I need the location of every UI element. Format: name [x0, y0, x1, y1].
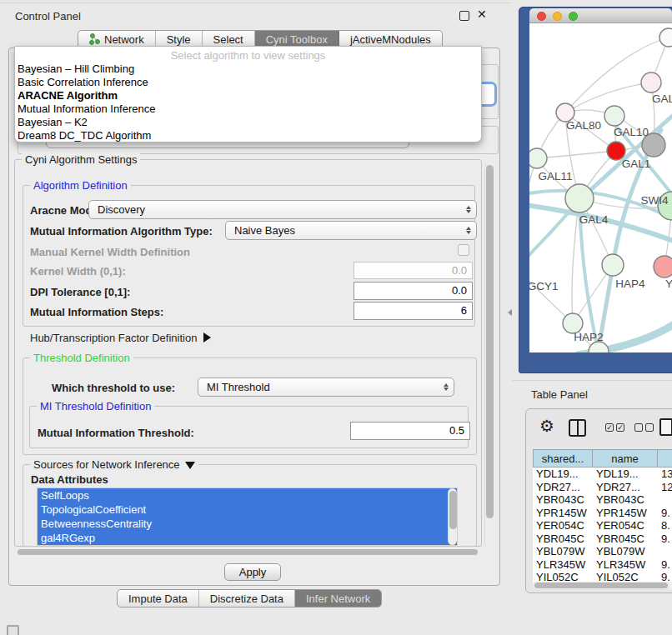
kernel-width-label: Kernel Width (0,1):	[30, 265, 126, 278]
popup-placeholder: Select algorithm to view settings	[15, 47, 481, 62]
tab-select[interactable]: Select	[203, 31, 255, 48]
tab-infer-network[interactable]: Infer Network	[295, 590, 381, 607]
network-node[interactable]	[641, 72, 661, 92]
table-row[interactable]: YDR27...YDR27...12	[533, 481, 672, 494]
data-attributes-list[interactable]: SelfLoopsTopologicalCoefficientBetweenne…	[37, 488, 458, 546]
network-window-titlebar[interactable]	[529, 8, 672, 23]
network-node[interactable]	[565, 184, 594, 212]
mi-steps-field[interactable]: 6	[354, 302, 473, 320]
settings-vscrollbar[interactable]	[484, 163, 495, 548]
table-row[interactable]: YBR043CYBR043C	[533, 493, 672, 507]
mi-type-label: Mutual Information Algorithm Type:	[30, 225, 213, 238]
mi-threshold-field[interactable]: 0.5	[350, 422, 470, 440]
apply-button[interactable]: Apply	[224, 563, 281, 581]
table-cell: YBR045C	[593, 532, 658, 546]
mi-type-combo[interactable]: Naive Bayes	[225, 221, 477, 240]
table-cell: YLR345W	[533, 558, 593, 572]
table-cell: 9.	[658, 558, 672, 572]
table-row[interactable]: YBL079WYBL079W	[533, 545, 672, 558]
table-hscrollbar-thumb[interactable]	[534, 582, 668, 588]
algorithm-option[interactable]: Dream8 DC_TDC Algorithm	[15, 129, 481, 142]
checked-box-icon[interactable]: ✓	[605, 423, 614, 432]
settings-vscrollbar-thumb[interactable]	[486, 165, 494, 518]
tab-label: Style	[167, 33, 191, 46]
settings-hscrollbar[interactable]	[16, 548, 483, 556]
table-column-header[interactable]: shared...	[533, 449, 593, 468]
data-attribute-item[interactable]: SelfLoops	[38, 488, 457, 502]
algorithm-option[interactable]: Bayesian – K2	[15, 116, 481, 129]
table-cell: YDL19...	[533, 468, 593, 481]
minimize-window-icon[interactable]	[553, 12, 562, 21]
tab-style[interactable]: Style	[156, 31, 203, 48]
data-attributes-label: Data Attributes	[31, 473, 108, 486]
network-node[interactable]	[529, 148, 547, 168]
algorithm-option[interactable]: ARACNE Algorithm	[15, 89, 481, 102]
table-panel-window: ⚙ ✓ ✓ shared...name YDL19...YDL19...13YD…	[525, 408, 672, 593]
settings-hscrollbar-thumb[interactable]	[18, 549, 478, 555]
tab-jactivemnodules[interactable]: jActiveMNodules	[339, 31, 442, 48]
network-node[interactable]	[654, 256, 672, 278]
document-icon[interactable]	[659, 418, 672, 436]
data-attribute-item[interactable]: gal4RGexp	[38, 531, 457, 545]
table-row[interactable]: YBR045CYBR045C9.	[533, 532, 672, 546]
table-row[interactable]: YER054CYER054C8.	[533, 519, 672, 532]
table-cell: YBR045C	[533, 532, 593, 546]
network-node[interactable]	[602, 254, 624, 276]
panel-divider-handle[interactable]	[508, 309, 512, 316]
node-label: GAL1	[622, 158, 651, 170]
table-column-header[interactable]: name	[593, 449, 658, 468]
unchecked-box-icon[interactable]	[645, 423, 654, 432]
network-node[interactable]	[659, 28, 672, 47]
network-edge	[572, 198, 579, 323]
combo-stepper-icon	[466, 201, 471, 218]
algorithm-select-popup: Select algorithm to view settings Bayesi…	[14, 46, 482, 142]
mi-type-value: Naive Bayes	[234, 224, 295, 237]
table-column-header[interactable]	[658, 449, 672, 468]
float-panel-icon[interactable]	[459, 11, 469, 21]
unchecked-box-icon[interactable]	[634, 423, 643, 432]
hub-definition-toggle[interactable]: Hub/Transcription Factor Definition	[30, 332, 211, 344]
which-threshold-value: MI Threshold	[207, 381, 270, 393]
dock-top-divider	[0, 2, 511, 3]
manual-kernel-checkbox[interactable]	[458, 244, 469, 256]
kernel-width-field[interactable]: 0.0	[354, 262, 473, 279]
algorithm-option[interactable]: Basic Correlation Inference	[15, 76, 481, 89]
network-icon	[89, 33, 100, 45]
algorithm-option[interactable]: Bayesian – Hill Climbing	[15, 62, 481, 76]
table-row[interactable]: YDL19...YDL19...13	[533, 468, 672, 481]
table-row[interactable]: YLR345WYLR345W9.	[533, 558, 672, 572]
zoom-window-icon[interactable]	[569, 12, 578, 21]
which-threshold-combo[interactable]: MI Threshold	[198, 378, 454, 397]
data-attribute-item[interactable]: TopologicalCoefficient	[38, 502, 457, 517]
tab-network[interactable]: Network	[78, 31, 156, 48]
aracne-mode-combo[interactable]: Discovery	[88, 200, 477, 219]
tab-discretize-data[interactable]: Discretize Data	[199, 590, 295, 607]
network-canvas[interactable]: GALGAL80GAL10GAL1GAL11SWI4GAL4GCY1HAP4YH…	[529, 23, 672, 352]
bottom-tabbar: Impute DataDiscretize DataInfer Network	[117, 589, 382, 608]
node-table: shared...name YDL19...YDL19...13YDR27...…	[533, 449, 672, 584]
node-label: SWI4	[640, 194, 668, 207]
table-hscrollbar[interactable]	[533, 582, 672, 589]
tab-cyni-toolbox[interactable]: Cyni Toolbox	[255, 31, 339, 48]
mi-threshold-label: Mutual Information Threshold:	[38, 427, 194, 439]
checked-box-icon[interactable]: ✓	[616, 423, 624, 432]
node-label: Y	[665, 278, 672, 290]
algorithm-option[interactable]: Mutual Information Inference	[15, 102, 481, 116]
attributes-vscrollbar-thumb[interactable]	[449, 491, 457, 529]
node-label: GAL	[652, 92, 672, 105]
network-node[interactable]	[604, 106, 624, 126]
table-settings-gear-icon[interactable]: ⚙	[539, 416, 554, 436]
dpi-tolerance-field[interactable]: 0.0	[354, 282, 473, 300]
close-panel-icon[interactable]: ✕	[477, 8, 487, 21]
close-window-icon[interactable]	[537, 12, 546, 21]
node-label: GCY1	[529, 280, 558, 292]
attributes-vscrollbar[interactable]	[448, 488, 457, 545]
table-row[interactable]: YPR145WYPR145W9.	[533, 507, 672, 520]
docked-panel-icon[interactable]	[7, 625, 19, 635]
table-cell: YER054C	[533, 519, 593, 532]
algorithm-definition-title: Algorithm Definition	[30, 179, 131, 192]
table-cell: YBR043C	[593, 493, 658, 507]
data-attribute-item[interactable]: BetweennessCentrality	[38, 517, 457, 531]
column-layout-icon[interactable]	[569, 419, 586, 437]
tab-impute-data[interactable]: Impute Data	[118, 590, 199, 607]
